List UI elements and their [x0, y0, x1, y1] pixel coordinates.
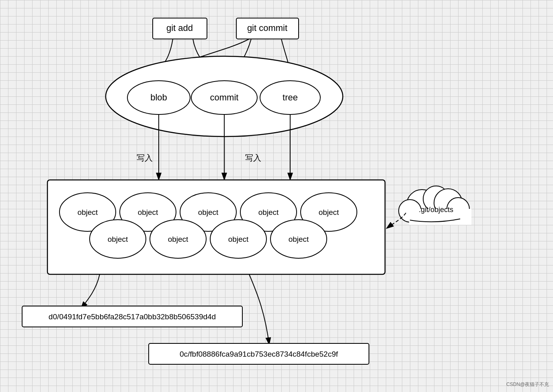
hash-label-1: d0/0491fd7e5bb6fa28c517a0bb32b8b506539d4… — [49, 312, 216, 321]
object-label-1: object — [78, 208, 98, 216]
diagram-container: git add git commit blob com — [0, 0, 553, 392]
commit-label: commit — [210, 92, 239, 102]
object-label-6: object — [108, 235, 128, 243]
object-label-5: object — [319, 208, 339, 216]
tree-label: tree — [283, 92, 298, 102]
object-label-7: object — [168, 235, 188, 243]
arrow-objects-hash2 — [249, 274, 269, 345]
object-label-3: object — [198, 208, 219, 216]
hash-label-2: 0c/fbf08886fca9a91cb753ec8734c84fcbe52c9… — [180, 350, 338, 358]
git-commit-label: git commit — [247, 23, 287, 33]
watermark: CSDN@夜猫子不充 — [506, 381, 549, 388]
blob-label: blob — [150, 92, 167, 102]
write-label-1: 写入 — [137, 153, 153, 162]
object-label-4: object — [258, 208, 279, 216]
object-label-9: object — [289, 235, 309, 243]
object-label-2: object — [138, 208, 158, 216]
arrow-objects-hash1 — [80, 274, 100, 309]
write-label-2: 写入 — [245, 153, 261, 162]
cloud-label: .git/objects — [419, 206, 453, 214]
object-label-8: object — [228, 235, 249, 243]
git-add-label: git add — [166, 23, 193, 33]
